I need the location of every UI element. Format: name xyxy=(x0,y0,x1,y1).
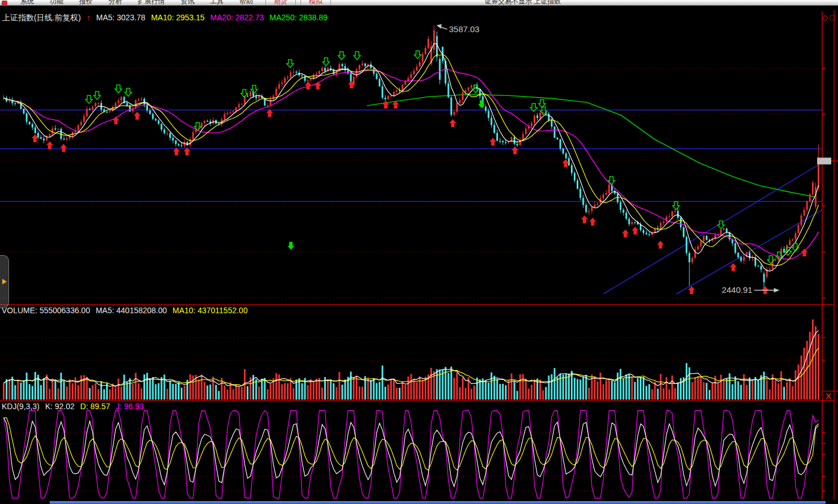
grid-lines xyxy=(0,68,822,491)
chart-corner-icons: ◇ □ xyxy=(822,14,835,21)
kdj-d-value: D: 89.57 xyxy=(80,402,110,411)
buy-signal-arrow xyxy=(622,230,628,238)
ma5-value: MA5: 3023.78 xyxy=(96,13,145,22)
sell-signal-arrow xyxy=(472,85,479,93)
last-price-marker xyxy=(817,157,831,164)
kdj-j-value: J: 96.93 xyxy=(116,402,144,411)
kdj-j-line xyxy=(4,410,819,498)
ma10-line xyxy=(4,54,819,265)
chart-canvas[interactable]: 3587.032440.91 xyxy=(0,0,838,504)
buy-signal-arrow xyxy=(730,263,737,271)
kdj-name: KDJ(9,3,3) xyxy=(2,402,40,411)
sell-signal-arrow xyxy=(115,85,122,93)
sidebar-expand-handle[interactable] xyxy=(0,255,9,308)
expand-arrow-icon xyxy=(2,279,7,284)
sell-signal-arrow xyxy=(86,95,93,103)
sell-signal-arrow-solid xyxy=(478,100,485,108)
buy-signal-arrow xyxy=(657,240,664,248)
volume-header: VOLUME: 555006336.00 MA5: 440158208.00 M… xyxy=(2,306,247,315)
trading-app-window: 系统功能报价分析扩展行情资讯工具帮助期货模拟 证券交易不显示 上证指数 上证指数… xyxy=(0,0,838,504)
sell-signal-arrow xyxy=(94,91,101,99)
ma250-value: MA250: 2838.89 xyxy=(269,13,328,22)
sell-signal-arrow-solid xyxy=(287,242,294,250)
kdj-header: KDJ(9,3,3) K: 92.02 D: 89.57 J: 96.93 xyxy=(2,402,144,411)
candlesticks xyxy=(3,25,819,288)
kdj-k-value: K: 92.02 xyxy=(45,402,75,411)
buy-signal-arrow xyxy=(449,119,456,127)
sell-signal-arrow xyxy=(414,51,421,59)
sell-signal-arrow xyxy=(322,58,329,66)
symbol-label: 上证指数(日线.前复权) xyxy=(2,13,81,22)
volume-value: VOLUME: 555006336.00 xyxy=(2,306,90,315)
sell-signal-arrow xyxy=(338,52,345,60)
buy-signal-arrow xyxy=(512,146,518,154)
sell-signal-arrow xyxy=(125,89,132,97)
volume-ma5-value: MA5: 440158208.00 xyxy=(95,306,167,315)
volume-bars xyxy=(3,319,819,400)
support-resistance-lines xyxy=(0,110,822,294)
ma10-value: MA10: 2953.15 xyxy=(151,13,204,22)
buy-signal-arrow xyxy=(112,116,119,124)
chart-frame xyxy=(0,10,838,500)
signal-arrows xyxy=(32,51,808,294)
sell-signal-arrow xyxy=(673,202,679,210)
price-annotations: 3587.032440.91 xyxy=(437,24,779,295)
main-chart-header: 上证指数(日线.前复权) ↑ MA5: 3023.78 MA10: 2953.1… xyxy=(2,13,328,22)
sell-signal-arrow xyxy=(539,100,545,108)
buy-signal-arrow xyxy=(590,218,596,226)
diamond-icon[interactable]: ◇ xyxy=(822,14,828,21)
trend-up-icon: ↑ xyxy=(86,13,90,22)
taskbar-sliver[interactable] xyxy=(50,501,826,504)
buy-signal-arrow xyxy=(382,100,389,108)
buy-signal-arrow xyxy=(315,81,321,89)
buy-signal-arrow xyxy=(46,141,53,149)
buy-signal-arrow xyxy=(305,81,312,89)
buy-signal-arrow xyxy=(581,216,588,223)
low-price-label: 2440.91 xyxy=(722,285,752,295)
buy-signal-arrow xyxy=(134,112,141,120)
buy-signal-arrow xyxy=(688,286,695,294)
ma20-value: MA20: 2822.73 xyxy=(210,13,264,22)
buy-signal-arrow xyxy=(801,248,808,256)
volume-ma10-value: MA10: 437011552.00 xyxy=(173,306,248,315)
buy-signal-arrow xyxy=(490,138,496,146)
ma20-line xyxy=(4,69,819,260)
buy-signal-arrow xyxy=(60,144,67,152)
sell-signal-arrow xyxy=(287,60,294,68)
peak-price-label: 3587.03 xyxy=(449,24,479,34)
buy-signal-arrow xyxy=(632,227,639,235)
window-mode-icon[interactable]: □ xyxy=(830,14,835,21)
indicator-close-button[interactable]: X xyxy=(823,392,833,401)
sell-signal-arrow xyxy=(353,52,360,60)
